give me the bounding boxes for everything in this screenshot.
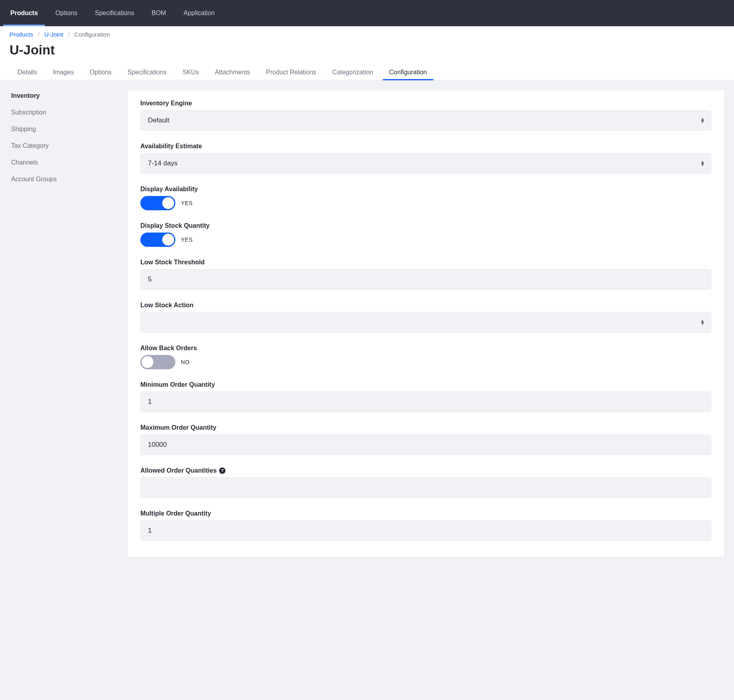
tab-options[interactable]: Options <box>82 65 119 80</box>
inventory-panel: Inventory Engine ▲▼ Availability Estimat… <box>127 90 724 557</box>
tab-attachments[interactable]: Attachments <box>207 65 258 80</box>
top-nav: Products Options Specifications BOM Appl… <box>0 0 734 26</box>
sidebar-item-tax-category[interactable]: Tax Category <box>6 138 122 154</box>
toggle-display-availability[interactable] <box>140 196 175 210</box>
toggle-text-display-stock-quantity: YES <box>181 237 193 243</box>
breadcrumb: Products / U-Joint / Configuration <box>0 26 734 40</box>
help-icon[interactable]: ? <box>219 467 225 474</box>
tab-specifications[interactable]: Specifications <box>120 65 175 80</box>
label-max-order-qty: Maximum Order Quantity <box>140 424 711 431</box>
breadcrumb-sep: / <box>38 31 39 38</box>
toggle-display-stock-quantity[interactable] <box>140 233 175 247</box>
field-allowed-order-qty: Allowed Order Quantities ? <box>140 467 711 498</box>
field-low-stock-action: Low Stock Action ▲▼ <box>140 302 711 333</box>
label-low-stock-threshold: Low Stock Threshold <box>140 259 711 266</box>
subtabs: Details Images Options Specifications SK… <box>0 65 734 80</box>
label-availability-estimate: Availability Estimate <box>140 143 711 150</box>
field-min-order-qty: Minimum Order Quantity <box>140 381 711 412</box>
tab-details[interactable]: Details <box>10 65 45 80</box>
tab-product-relations[interactable]: Product Relations <box>258 65 324 80</box>
input-min-order-qty[interactable] <box>140 392 711 412</box>
toggle-allow-back-orders[interactable] <box>140 355 175 369</box>
tab-configuration[interactable]: Configuration <box>381 65 435 80</box>
field-low-stock-threshold: Low Stock Threshold <box>140 259 711 290</box>
label-allow-back-orders: Allow Back Orders <box>140 345 711 352</box>
config-sidebar: Inventory Subscription Shipping Tax Cate… <box>0 80 127 195</box>
sidebar-item-shipping[interactable]: Shipping <box>6 121 122 138</box>
label-min-order-qty: Minimum Order Quantity <box>140 381 711 388</box>
field-display-availability: Display Availability YES <box>140 186 711 210</box>
input-multiple-order-qty[interactable] <box>140 520 711 541</box>
tab-images[interactable]: Images <box>45 65 82 80</box>
field-display-stock-quantity: Display Stock Quantity YES <box>140 222 711 247</box>
field-max-order-qty: Maximum Order Quantity <box>140 424 711 455</box>
tab-skus[interactable]: SKUs <box>175 65 207 80</box>
field-multiple-order-qty: Multiple Order Quantity <box>140 510 711 541</box>
sidebar-item-inventory[interactable]: Inventory <box>6 87 122 104</box>
label-low-stock-action: Low Stock Action <box>140 302 711 309</box>
topnav-item-options[interactable]: Options <box>47 0 86 26</box>
select-inventory-engine[interactable] <box>140 110 711 131</box>
input-allowed-order-qty[interactable] <box>140 477 711 498</box>
label-inventory-engine: Inventory Engine <box>140 100 711 107</box>
field-availability-estimate: Availability Estimate ▲▼ <box>140 143 711 174</box>
label-allowed-order-qty: Allowed Order Quantities ? <box>140 467 711 474</box>
tab-categorization[interactable]: Categorization <box>324 65 381 80</box>
content-wrap: Inventory Subscription Shipping Tax Cate… <box>0 80 734 567</box>
breadcrumb-products[interactable]: Products <box>10 31 33 38</box>
sidebar-item-account-groups[interactable]: Account Groups <box>6 171 122 188</box>
input-low-stock-threshold[interactable] <box>140 269 711 290</box>
sidebar-item-channels[interactable]: Channels <box>6 154 122 171</box>
topnav-item-products[interactable]: Products <box>2 0 47 26</box>
toggle-text-allow-back-orders: NO <box>181 359 190 365</box>
select-availability-estimate[interactable] <box>140 153 711 174</box>
toggle-text-display-availability: YES <box>181 200 193 206</box>
label-display-stock-quantity: Display Stock Quantity <box>140 222 711 229</box>
label-multiple-order-qty: Multiple Order Quantity <box>140 510 711 517</box>
select-low-stock-action[interactable] <box>140 312 711 333</box>
input-max-order-qty[interactable] <box>140 434 711 455</box>
breadcrumb-current: Configuration <box>74 31 110 38</box>
breadcrumb-ujoint[interactable]: U-Joint <box>44 31 63 38</box>
field-inventory-engine: Inventory Engine ▲▼ <box>140 100 711 131</box>
sidebar-item-subscription[interactable]: Subscription <box>6 104 122 121</box>
topnav-item-application[interactable]: Application <box>175 0 223 26</box>
topnav-item-bom[interactable]: BOM <box>143 0 175 26</box>
header-area: Products / U-Joint / Configuration U-Joi… <box>0 26 734 80</box>
breadcrumb-sep: / <box>68 31 70 38</box>
label-text-allowed-order-qty: Allowed Order Quantities <box>140 467 217 474</box>
topnav-item-specifications[interactable]: Specifications <box>86 0 143 26</box>
page-title: U-Joint <box>0 40 734 65</box>
field-allow-back-orders: Allow Back Orders NO <box>140 345 711 369</box>
label-display-availability: Display Availability <box>140 186 711 193</box>
